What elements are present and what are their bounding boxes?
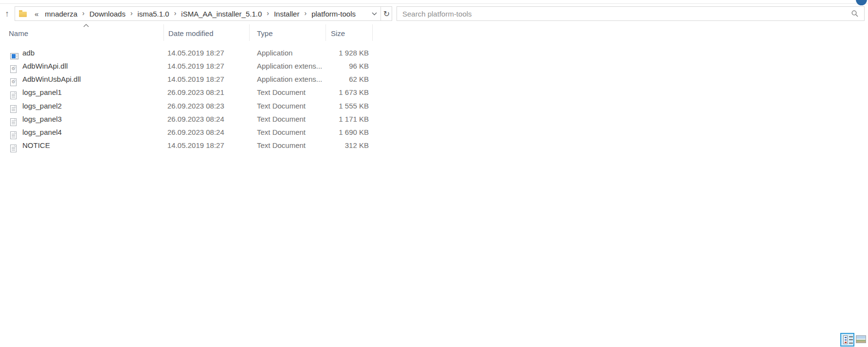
file-row-logs_panel3[interactable]: logs_panel326.09.2023 08:24Text Document… [7, 112, 380, 126]
search-box[interactable] [397, 6, 865, 21]
breadcrumb-item-Installer[interactable]: Installer [270, 8, 304, 19]
column-header-date-modified[interactable]: Date modified [168, 28, 245, 39]
breadcrumb-separator-icon[interactable]: › [304, 9, 307, 17]
column-resize-handle[interactable] [163, 24, 164, 41]
file-size: 1 171 KB [308, 112, 369, 126]
thumbnails-view-button[interactable] [856, 335, 866, 343]
breadcrumb: «mnaderza›Downloads›isma5.1.0›iSMA_AA_in… [33, 8, 360, 19]
toolbar-bottom-divider [0, 3, 868, 4]
column-header-name[interactable]: Name [9, 28, 160, 39]
breadcrumb-separator-icon[interactable]: › [82, 9, 85, 17]
breadcrumb-item-isma5.1.0[interactable]: isma5.1.0 [133, 8, 174, 19]
file-date-modified: 26.09.2023 08:23 [167, 99, 245, 112]
file-size: 1 928 KB [308, 46, 369, 59]
file-row-NOTICE[interactable]: NOTICE14.05.2019 18:27Text Document312 K… [7, 139, 380, 152]
file-date-modified: 14.05.2019 18:27 [167, 59, 245, 73]
breadcrumb-item-iSMA_AA_installer_5.1.0[interactable]: iSMA_AA_installer_5.1.0 [177, 8, 266, 19]
chevron-down-icon [372, 12, 377, 16]
sort-ascending-icon [83, 24, 89, 27]
refresh-button[interactable]: ↻ [381, 7, 392, 20]
file-size: 1 690 KB [308, 126, 369, 139]
breadcrumb-item-mnaderza[interactable]: mnaderza [40, 8, 82, 19]
breadcrumb-overflow-chevron[interactable]: « [33, 10, 40, 18]
file-size: 96 KB [308, 59, 369, 73]
folder-icon [19, 12, 27, 17]
navigate-up-button[interactable]: ↑ [0, 7, 14, 20]
up-arrow-icon: ↑ [5, 9, 9, 19]
file-row-logs_panel4[interactable]: logs_panel426.09.2023 08:24Text Document… [7, 126, 380, 139]
text-document-icon [10, 141, 17, 154]
file-name: AdbWinApi.dll [22, 59, 163, 73]
file-name: adb [22, 46, 163, 59]
file-size: 1 673 KB [308, 86, 369, 99]
file-row-logs_panel1[interactable]: logs_panel126.09.2023 08:21Text Document… [7, 86, 380, 99]
file-name: logs_panel4 [22, 126, 163, 139]
breadcrumb-separator-icon[interactable]: › [266, 9, 270, 17]
column-resize-handle[interactable] [372, 24, 373, 41]
file-date-modified: 26.09.2023 08:24 [167, 112, 245, 126]
search-icon [851, 10, 858, 17]
blue-circle-icon [856, 0, 867, 5]
breadcrumb-item-platform-tools[interactable]: platform-tools [307, 8, 360, 19]
column-header-type[interactable]: Type [257, 28, 321, 39]
file-name: logs_panel2 [22, 99, 163, 112]
column-resize-handle[interactable] [326, 24, 326, 41]
column-header-size[interactable]: Size [331, 28, 369, 39]
breadcrumb-separator-icon[interactable]: › [174, 9, 177, 17]
file-row-AdbWinApi.dll[interactable]: ⚙AdbWinApi.dll14.05.2019 18:27Applicatio… [7, 59, 380, 73]
address-dropdown-button[interactable] [368, 7, 380, 20]
search-input[interactable] [397, 7, 845, 20]
details-list-icon [843, 335, 848, 344]
file-size: 62 KB [308, 73, 369, 86]
breadcrumb-separator-icon[interactable]: › [130, 9, 133, 17]
file-date-modified: 14.05.2019 18:27 [167, 139, 245, 152]
file-name: NOTICE [22, 139, 163, 152]
file-name: logs_panel3 [22, 112, 163, 126]
file-date-modified: 26.09.2023 08:21 [167, 86, 245, 99]
file-row-adb[interactable]: adb14.05.2019 18:27Application1 928 KB [7, 46, 380, 59]
file-date-modified: 14.05.2019 18:27 [167, 46, 245, 59]
file-date-modified: 14.05.2019 18:27 [167, 73, 245, 86]
breadcrumb-item-Downloads[interactable]: Downloads [85, 8, 130, 19]
refresh-icon: ↻ [383, 9, 390, 18]
column-resize-handle[interactable] [249, 24, 250, 41]
file-size: 312 KB [308, 139, 369, 152]
file-row-AdbWinUsbApi.dll[interactable]: ⚙AdbWinUsbApi.dll14.05.2019 18:27Applica… [7, 73, 380, 86]
file-row-logs_panel2[interactable]: logs_panel226.09.2023 08:23Text Document… [7, 99, 380, 112]
address-bar[interactable]: «mnaderza›Downloads›isma5.1.0›iSMA_AA_in… [15, 6, 392, 21]
details-view-button[interactable] [840, 333, 854, 347]
file-name: AdbWinUsbApi.dll [22, 73, 163, 86]
file-size: 1 555 KB [308, 99, 369, 112]
file-name: logs_panel1 [22, 86, 163, 99]
file-date-modified: 26.09.2023 08:24 [167, 126, 245, 139]
